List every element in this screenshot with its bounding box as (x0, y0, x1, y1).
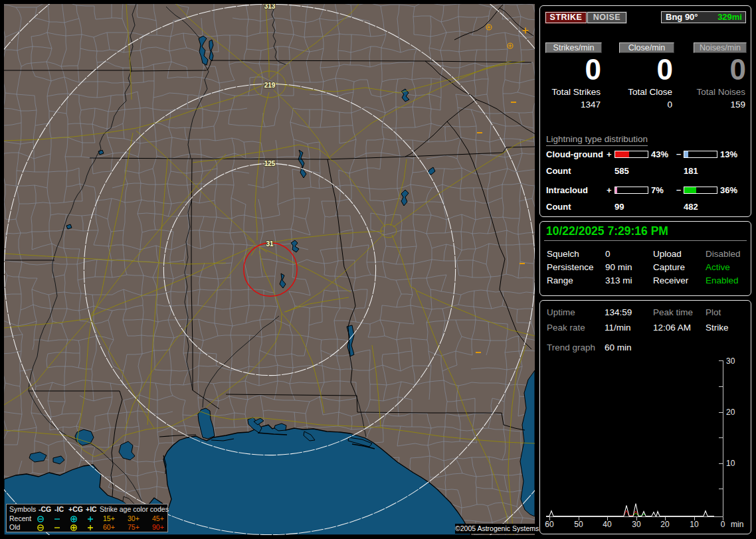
svg-text:50: 50 (574, 520, 583, 529)
svg-text:10: 10 (726, 459, 735, 468)
svg-text:31: 31 (266, 240, 274, 248)
svg-text:min: min (731, 520, 743, 529)
svg-text:20: 20 (726, 408, 735, 417)
svg-text:40: 40 (603, 520, 612, 529)
svg-text:10: 10 (690, 520, 699, 529)
svg-text:20: 20 (660, 520, 670, 529)
svg-text:313: 313 (264, 4, 276, 10)
svg-text:30: 30 (726, 356, 735, 366)
svg-text:30: 30 (632, 520, 641, 529)
svg-text:0: 0 (721, 520, 725, 529)
svg-text:125: 125 (264, 160, 276, 167)
svg-text:219: 219 (264, 82, 276, 89)
svg-text:60: 60 (545, 520, 554, 529)
